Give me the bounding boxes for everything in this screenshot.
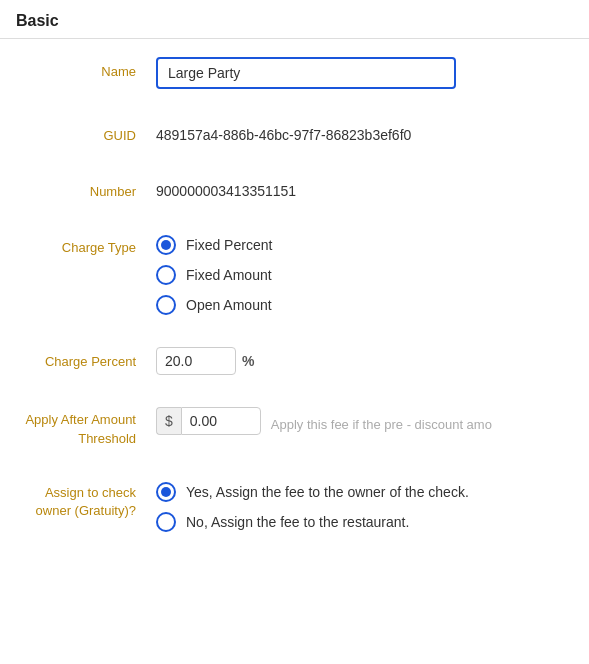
charge-percent-input[interactable] [156, 347, 236, 375]
number-value: 900000003413351151 [156, 177, 573, 199]
charge-percent-label: Charge Percent [16, 347, 156, 371]
dollar-prefix: $ [156, 407, 181, 435]
threshold-hint: Apply this fee if the pre - discount amo [261, 410, 492, 432]
threshold-control: $ Apply this fee if the pre - discount a… [156, 407, 573, 435]
guid-value: 489157a4-886b-46bc-97f7-86823b3ef6f0 [156, 121, 573, 143]
percent-unit: % [242, 353, 254, 369]
radio-fixed-percent[interactable]: Fixed Percent [156, 235, 573, 255]
threshold-label: Apply After Amount Threshold [16, 407, 156, 447]
assign-row: Assign to check owner (Gratuity)? Yes, A… [16, 474, 573, 538]
charge-type-control: Fixed Percent Fixed Amount Open Amount [156, 233, 573, 315]
radio-circle-open-amount [156, 295, 176, 315]
assign-label: Assign to check owner (Gratuity)? [16, 480, 156, 520]
radio-no-assign[interactable]: No, Assign the fee to the restaurant. [156, 512, 573, 532]
guid-row: GUID 489157a4-886b-46bc-97f7-86823b3ef6f… [16, 115, 573, 151]
radio-fixed-amount[interactable]: Fixed Amount [156, 265, 573, 285]
guid-label: GUID [16, 121, 156, 145]
number-label: Number [16, 177, 156, 201]
threshold-row: Apply After Amount Threshold $ Apply thi… [16, 401, 573, 453]
assign-radio-group: Yes, Assign the fee to the owner of the … [156, 480, 573, 532]
radio-yes-assign[interactable]: Yes, Assign the fee to the owner of the … [156, 482, 573, 502]
section-title: Basic [0, 0, 589, 39]
radio-label-fixed-percent: Fixed Percent [186, 237, 272, 253]
threshold-input[interactable] [181, 407, 261, 435]
radio-label-fixed-amount: Fixed Amount [186, 267, 272, 283]
radio-circle-yes-assign [156, 482, 176, 502]
name-control [156, 57, 573, 89]
name-label: Name [16, 57, 156, 81]
name-input[interactable] [156, 57, 456, 89]
name-row: Name [16, 51, 573, 95]
percent-input-wrap: % [156, 347, 573, 375]
radio-circle-no-assign [156, 512, 176, 532]
number-row: Number 900000003413351151 [16, 171, 573, 207]
charge-type-radio-group: Fixed Percent Fixed Amount Open Amount [156, 233, 573, 315]
charge-percent-row: Charge Percent % [16, 341, 573, 381]
radio-circle-fixed-amount [156, 265, 176, 285]
charge-type-row: Charge Type Fixed Percent Fixed Amount O… [16, 227, 573, 321]
charge-percent-control: % [156, 347, 573, 375]
number-control: 900000003413351151 [156, 177, 573, 199]
threshold-control-wrap: $ Apply this fee if the pre - discount a… [156, 407, 573, 435]
radio-label-open-amount: Open Amount [186, 297, 272, 313]
assign-control: Yes, Assign the fee to the owner of the … [156, 480, 573, 532]
charge-type-label: Charge Type [16, 233, 156, 257]
radio-open-amount[interactable]: Open Amount [156, 295, 573, 315]
radio-label-no-assign: No, Assign the fee to the restaurant. [186, 514, 409, 530]
radio-circle-fixed-percent [156, 235, 176, 255]
dollar-input-wrap: $ [156, 407, 261, 435]
radio-label-yes-assign: Yes, Assign the fee to the owner of the … [186, 484, 469, 500]
guid-control: 489157a4-886b-46bc-97f7-86823b3ef6f0 [156, 121, 573, 143]
